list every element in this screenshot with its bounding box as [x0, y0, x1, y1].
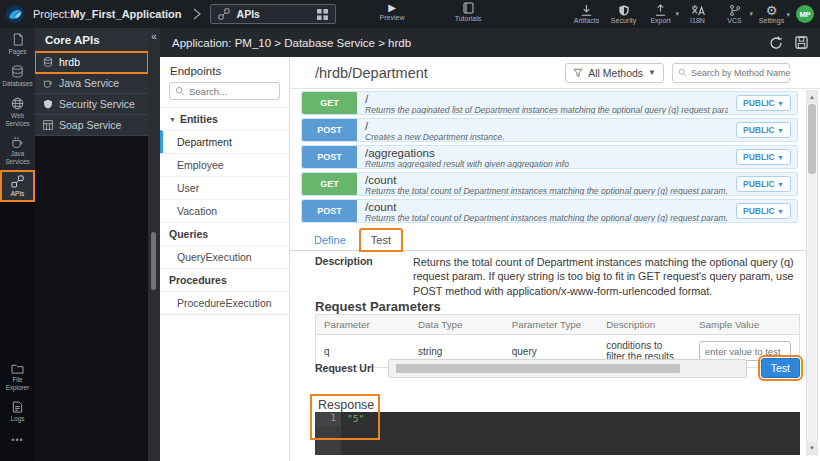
method-verb-badge: POST [302, 119, 357, 141]
grid-menu-icon[interactable] [317, 9, 328, 20]
preview-button[interactable]: ▶ Preview [366, 2, 418, 21]
more-options-icon[interactable]: ••• [0, 435, 35, 445]
database-icon [43, 57, 53, 67]
rail-item-java-services[interactable]: Java Services [0, 131, 35, 170]
app-header: Application: PM_10 > Database Service > … [160, 28, 820, 57]
rail-item-logs[interactable]: Logs [0, 396, 35, 427]
rail-item-web-services[interactable]: Web Services [0, 92, 35, 132]
security-button[interactable]: Security [607, 4, 640, 24]
rail-item-databases[interactable]: Databases [0, 60, 35, 92]
coffee-icon [43, 78, 53, 88]
rail-item-apis[interactable]: APIs [0, 170, 35, 202]
rail-item-pages[interactable]: Pages [0, 28, 35, 60]
tutorials-button[interactable]: Tutorials [442, 2, 494, 22]
chevron-right-icon [192, 8, 202, 20]
coffee-icon [11, 136, 24, 148]
method-path: /aggregations [365, 147, 728, 159]
endpoint-item-employee[interactable]: Employee [160, 153, 289, 176]
save-icon[interactable] [795, 36, 808, 49]
method-row[interactable]: POST /countReturns the total count of De… [301, 199, 798, 223]
breadcrumb: Application: PM_10 > Database Service > … [172, 37, 757, 49]
user-avatar[interactable]: MP [796, 5, 814, 23]
endpoints-section-procedures[interactable]: Procedures [160, 268, 289, 291]
branch-icon [729, 4, 741, 17]
scroll-down-icon[interactable]: ▼ [807, 442, 817, 454]
upload-icon [654, 4, 667, 17]
description-label: Description [315, 255, 413, 298]
filter-icon [573, 68, 583, 78]
scroll-up-icon[interactable]: ▲ [807, 91, 817, 103]
left-rail: Pages Databases Web Services Java Servic… [0, 28, 35, 461]
i18n-button[interactable]: I18N [681, 4, 714, 24]
core-apis-item-soap-service[interactable]: Soap Service [35, 115, 148, 136]
method-row[interactable]: GET /countReturns the total count of Dep… [301, 172, 798, 196]
method-verb-badge: GET [302, 173, 357, 195]
search-icon [678, 68, 687, 77]
response-editor: 1 "5" [315, 412, 800, 455]
book-icon [463, 2, 474, 14]
core-apis-item-hrdb[interactable]: hrdb [35, 52, 148, 73]
endpoints-section-entities[interactable]: ▼Entities [160, 107, 289, 130]
settings-button[interactable]: ⚙ Settings ▾ [755, 5, 788, 24]
download-icon [580, 4, 593, 17]
core-apis-item-security-service[interactable]: Security Service [35, 94, 148, 115]
scrollbar-thumb[interactable] [808, 104, 816, 174]
access-level-button[interactable]: PUBLIC ▼ [736, 95, 791, 111]
method-description: Returns the total count of Department in… [365, 213, 728, 222]
artifacts-button[interactable]: Artifacts [570, 4, 603, 24]
main-scrollbar[interactable]: ▲ ▼ [806, 90, 818, 455]
method-row[interactable]: POST /aggregationsReturns aggregated res… [301, 145, 798, 169]
rail-item-file-explorer[interactable]: File Explorer [0, 358, 35, 396]
panel-collapse-strip: « [148, 28, 160, 461]
response-value: "5" [341, 412, 800, 426]
request-url-value-redacted [396, 364, 680, 373]
method-path: /count [365, 201, 728, 213]
core-apis-title: Core APIs [35, 28, 148, 52]
workspace-selector-label: APIs [237, 8, 310, 20]
endpoints-section-queries[interactable]: Queries [160, 222, 289, 245]
endpoint-item-department[interactable]: Department [160, 130, 289, 153]
access-level-button[interactable]: PUBLIC ▼ [736, 149, 791, 165]
test-button[interactable]: Test [761, 358, 800, 378]
method-path: /count [365, 174, 728, 186]
method-path: / [365, 120, 728, 132]
response-heading: Response [318, 398, 374, 412]
access-level-button[interactable]: PUBLIC ▼ [736, 122, 791, 138]
endpoints-search[interactable] [169, 82, 280, 100]
page-icon [12, 33, 24, 46]
collapse-panel-icon[interactable]: « [148, 28, 160, 46]
triangle-down-icon: ▼ [169, 116, 176, 123]
endpoint-item-vacation[interactable]: Vacation [160, 199, 289, 222]
refresh-icon[interactable] [769, 36, 783, 50]
endpoint-item-procedureexecution[interactable]: ProcedureExecution [160, 291, 289, 314]
all-methods-dropdown[interactable]: All Methods ▼ [565, 63, 664, 83]
description-text: Returns the total count of Department in… [413, 255, 800, 298]
method-verb-badge: POST [302, 200, 357, 222]
request-url-field[interactable] [388, 359, 747, 378]
endpoint-item-user[interactable]: User [160, 176, 289, 199]
access-level-button[interactable]: PUBLIC ▼ [736, 203, 791, 219]
wavemaker-logo-icon[interactable] [5, 4, 25, 24]
method-row[interactable]: POST /Creates a new Department instance.… [301, 118, 798, 142]
endpoint-item-queryexecution[interactable]: QueryExecution [160, 245, 289, 268]
caret-down-icon: ▼ [777, 127, 784, 134]
description-row: Description Returns the total count of D… [315, 255, 800, 298]
workspace-selector[interactable]: APIs [210, 4, 336, 24]
method-search[interactable] [672, 63, 790, 83]
project-title: Project:My_First_Application [33, 8, 182, 20]
endpoints-scrollbar-thumb[interactable] [151, 232, 156, 290]
export-button[interactable]: Export ▾ [644, 4, 677, 24]
tab-define[interactable]: Define [304, 230, 356, 250]
method-search-input[interactable] [691, 68, 791, 78]
tab-test[interactable]: Test [360, 229, 402, 251]
caret-down-icon: ▼ [777, 100, 784, 107]
method-row[interactable]: GET /Returns the paginated list of Depar… [301, 91, 798, 115]
vcs-button[interactable]: VCS ▾ [718, 4, 751, 24]
endpoints-search-input[interactable] [189, 86, 269, 97]
endpoint-title: /hrdb/Department [315, 65, 557, 81]
log-file-icon [12, 401, 23, 413]
core-apis-item-java-service[interactable]: Java Service [35, 73, 148, 94]
access-level-button[interactable]: PUBLIC ▼ [736, 176, 791, 192]
shield-icon [43, 99, 53, 109]
request-url-row: Request Url Test [315, 358, 800, 378]
